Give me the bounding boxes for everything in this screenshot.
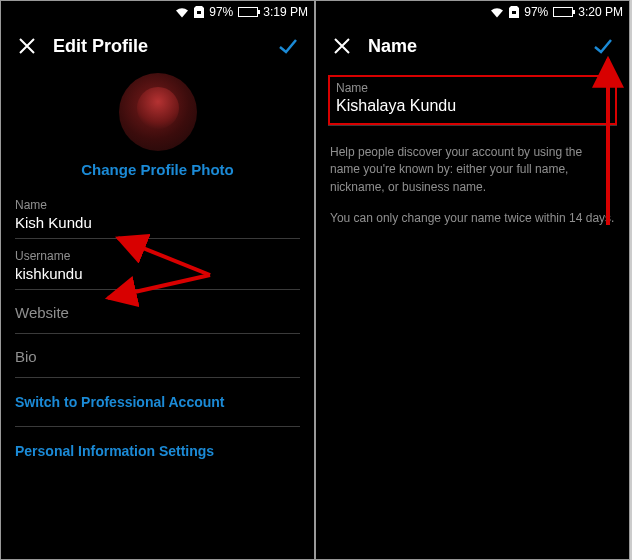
- switch-professional-link[interactable]: Switch to Professional Account: [15, 378, 300, 427]
- battery-percent: 97%: [524, 5, 548, 19]
- close-icon[interactable]: [328, 32, 356, 60]
- screen-edit-name: 97% 3:20 PM Name Name Kishalaya Kundu He…: [315, 0, 630, 560]
- header: Edit Profile: [1, 23, 314, 69]
- field-label: Name: [336, 81, 609, 95]
- help-paragraph: You can only change your name twice with…: [330, 210, 615, 227]
- svg-rect-0: [197, 11, 201, 14]
- fields: Name Kish Kundu Username kishkundu Websi…: [1, 188, 314, 475]
- username-field[interactable]: Username kishkundu: [15, 239, 300, 290]
- confirm-icon[interactable]: [589, 32, 617, 60]
- help-paragraph: Help people discover your account by usi…: [330, 144, 615, 196]
- confirm-icon[interactable]: [274, 32, 302, 60]
- website-field[interactable]: Website: [15, 290, 300, 334]
- sim-icon: [194, 6, 204, 18]
- avatar[interactable]: [119, 73, 197, 151]
- wifi-icon: [175, 7, 189, 18]
- field-placeholder: Bio: [15, 340, 300, 371]
- status-time: 3:20 PM: [578, 5, 623, 19]
- battery-icon: [238, 7, 258, 17]
- field-label: Username: [15, 249, 300, 263]
- sim-icon: [509, 6, 519, 18]
- help-text: Help people discover your account by usi…: [316, 126, 629, 242]
- battery-icon: [553, 7, 573, 17]
- page-title: Edit Profile: [53, 36, 274, 57]
- field-value: Kishalaya Kundu: [336, 97, 609, 115]
- field-placeholder: Website: [15, 296, 300, 327]
- header: Name: [316, 23, 629, 69]
- page-title: Name: [368, 36, 589, 57]
- close-icon[interactable]: [13, 32, 41, 60]
- name-field[interactable]: Name Kish Kundu: [15, 188, 300, 239]
- wifi-icon: [490, 7, 504, 18]
- field-value: Kish Kundu: [15, 214, 300, 232]
- screen-edit-profile: 97% 3:19 PM Edit Profile Change Profile …: [0, 0, 315, 560]
- personal-info-link[interactable]: Personal Information Settings: [15, 427, 300, 475]
- status-bar: 97% 3:20 PM: [316, 1, 629, 23]
- change-photo-link[interactable]: Change Profile Photo: [81, 161, 234, 178]
- field-label: Name: [15, 198, 300, 212]
- svg-rect-1: [512, 11, 516, 14]
- battery-percent: 97%: [209, 5, 233, 19]
- status-time: 3:19 PM: [263, 5, 308, 19]
- status-bar: 97% 3:19 PM: [1, 1, 314, 23]
- name-input[interactable]: Name Kishalaya Kundu: [328, 75, 617, 125]
- profile-photo-section: Change Profile Photo: [1, 69, 314, 188]
- bio-field[interactable]: Bio: [15, 334, 300, 378]
- field-value: kishkundu: [15, 265, 300, 283]
